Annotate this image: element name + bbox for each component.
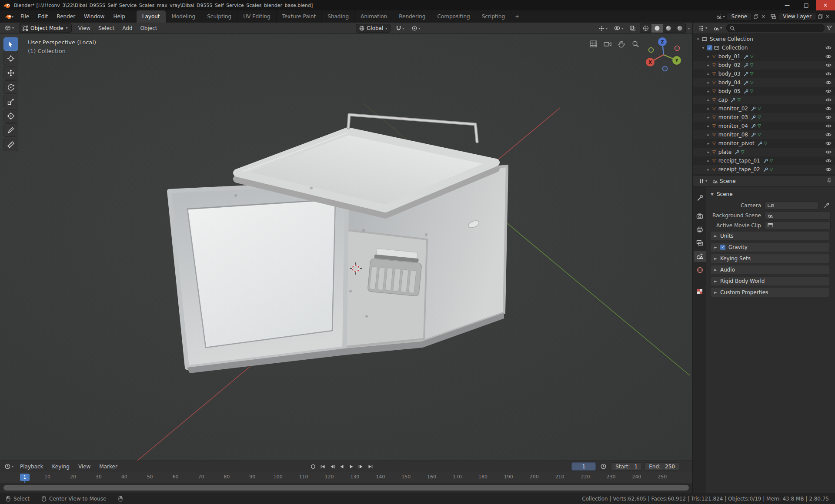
gizmo-y-axis[interactable]: Y: [672, 56, 681, 65]
eye-icon[interactable]: [825, 89, 832, 93]
gravity-checkbox[interactable]: ✓: [720, 245, 725, 250]
eye-icon[interactable]: [825, 98, 832, 102]
timeline-menu-item[interactable]: Keying: [48, 461, 74, 473]
modifier-wrench-icon[interactable]: [751, 106, 756, 111]
modifier-wrench-icon[interactable]: [751, 124, 756, 129]
playback-sync-button[interactable]: [598, 464, 608, 469]
object-name[interactable]: monitor_08: [718, 132, 748, 138]
eye-icon[interactable]: [825, 167, 832, 172]
pin-icon[interactable]: [827, 178, 832, 184]
object-name[interactable]: cap: [718, 97, 728, 103]
shading-wireframe-button[interactable]: [640, 24, 651, 33]
viewport-3d[interactable]: User Perspective (Local) (1) Collection: [0, 34, 692, 461]
timeline-menu-item[interactable]: View: [74, 461, 95, 473]
object-name[interactable]: body_05: [718, 88, 741, 94]
section-units[interactable]: ►Units: [711, 231, 830, 241]
outliner-display-mode-button[interactable]: ▾: [711, 26, 724, 31]
menu-item[interactable]: File: [16, 10, 33, 23]
modifier-wrench-icon[interactable]: [731, 98, 735, 103]
object-name[interactable]: monitor_02: [718, 106, 748, 112]
tab-texture[interactable]: [694, 286, 706, 297]
filter-icon[interactable]: [827, 26, 832, 30]
outliner-item-row[interactable]: ▸ ▽ receipt_tape_01 ▽: [693, 156, 835, 165]
move-tool[interactable]: [3, 66, 18, 80]
object-name[interactable]: receipt_tape_01: [718, 158, 760, 164]
outliner-item-row[interactable]: ▸ ▽ cap ▽: [693, 96, 835, 104]
outliner-item-row[interactable]: ▸ ▽ body_02 ▽: [693, 61, 835, 70]
expand-icon[interactable]: ▸: [706, 63, 711, 67]
tab-tool[interactable]: [694, 192, 706, 203]
section-keying-sets[interactable]: ►Keying Sets: [711, 254, 830, 263]
workspace-tab[interactable]: Animation: [354, 10, 393, 23]
eye-icon[interactable]: [825, 63, 832, 67]
proportional-editing-toggle[interactable]: ▾: [410, 26, 422, 31]
object-name[interactable]: body_02: [718, 62, 741, 68]
view-layer-icon[interactable]: [771, 14, 776, 19]
current-frame-field[interactable]: 1: [571, 462, 596, 471]
jump-to-start-button[interactable]: [318, 462, 327, 471]
menu-item[interactable]: Window: [80, 10, 109, 23]
object-name[interactable]: plate: [718, 149, 731, 155]
active-movie-clip-field-widget[interactable]: [765, 221, 831, 229]
eye-icon[interactable]: [825, 159, 832, 163]
eye-icon[interactable]: [825, 141, 832, 146]
frame-start-field[interactable]: Start:1: [611, 462, 642, 471]
shading-solid-button[interactable]: [651, 24, 663, 33]
mode-dropdown[interactable]: Object Mode ▾: [19, 23, 72, 33]
auto-keying-button[interactable]: [309, 462, 317, 471]
properties-editor-type-button[interactable]: ▾: [697, 179, 709, 184]
object-name[interactable]: monitor_04: [718, 123, 748, 129]
object-name[interactable]: body_01: [718, 53, 741, 60]
eye-icon[interactable]: [825, 124, 832, 128]
outliner-item-row[interactable]: ▸ ▽ monitor_08 ▽: [693, 130, 835, 139]
blender-menu-icon[interactable]: ▾: [3, 10, 16, 23]
expand-icon[interactable]: ▸: [706, 133, 711, 137]
expand-icon[interactable]: ▸: [706, 115, 711, 119]
object-name[interactable]: monitor_pivot: [718, 140, 755, 146]
remove-view-layer-icon[interactable]: ×: [825, 13, 831, 20]
xray-toggle[interactable]: [628, 26, 638, 31]
minimize-button[interactable]: —: [778, 0, 797, 10]
modifier-wrench-icon[interactable]: [763, 159, 768, 163]
menu-item[interactable]: Help: [109, 10, 129, 23]
gizmo-minus-z[interactable]: [663, 66, 668, 71]
timeline-menu-item[interactable]: Playback: [16, 461, 48, 473]
modifier-wrench-icon[interactable]: [744, 54, 748, 59]
modifier-wrench-icon[interactable]: [735, 150, 739, 155]
outliner-item-row[interactable]: ▸ ▽ body_03 ▽: [693, 70, 835, 78]
object-name[interactable]: body_03: [718, 71, 741, 77]
model-printer-detail[interactable]: [367, 248, 423, 296]
object-name[interactable]: monitor_03: [718, 114, 748, 120]
gizmo-minus-y[interactable]: [649, 48, 654, 53]
playhead[interactable]: 1: [20, 474, 30, 481]
expand-icon[interactable]: ▸: [706, 72, 711, 76]
modifier-wrench-icon[interactable]: [763, 167, 768, 172]
workspace-tab[interactable]: Shading: [321, 10, 354, 23]
outliner-search-box[interactable]: [726, 24, 825, 32]
workspace-tab[interactable]: Texture Paint: [276, 10, 321, 23]
modifier-wrench-icon[interactable]: [744, 72, 748, 76]
eye-icon[interactable]: [825, 72, 832, 76]
model-display-screen[interactable]: [187, 199, 335, 348]
frame-end-field[interactable]: End:250: [645, 462, 679, 471]
section-audio[interactable]: ►Audio: [711, 265, 830, 275]
eye-icon[interactable]: [825, 133, 832, 137]
close-button[interactable]: ×: [816, 0, 835, 10]
eye-icon[interactable]: [825, 54, 832, 59]
outliner-item-row[interactable]: ▸ ▽ monitor_03 ▽: [693, 113, 835, 122]
expand-icon[interactable]: ▸: [706, 54, 711, 59]
modifier-wrench-icon[interactable]: [744, 63, 748, 68]
menu-item[interactable]: Edit: [33, 10, 52, 23]
expand-icon[interactable]: ▸: [706, 159, 711, 163]
cursor-tool[interactable]: [3, 52, 18, 65]
measure-tool[interactable]: [3, 138, 18, 151]
eye-icon[interactable]: [825, 115, 832, 119]
modifier-wrench-icon[interactable]: [751, 133, 756, 137]
workspace-tab[interactable]: UV Editing: [237, 10, 276, 23]
duplicate-scene-icon[interactable]: [754, 14, 758, 19]
expand-icon[interactable]: ▸: [706, 80, 711, 85]
next-keyframe-button[interactable]: [357, 462, 365, 471]
expand-icon[interactable]: ▸: [706, 167, 711, 172]
prev-keyframe-button[interactable]: [328, 462, 337, 471]
workspace-tab[interactable]: Compositing: [431, 10, 475, 23]
